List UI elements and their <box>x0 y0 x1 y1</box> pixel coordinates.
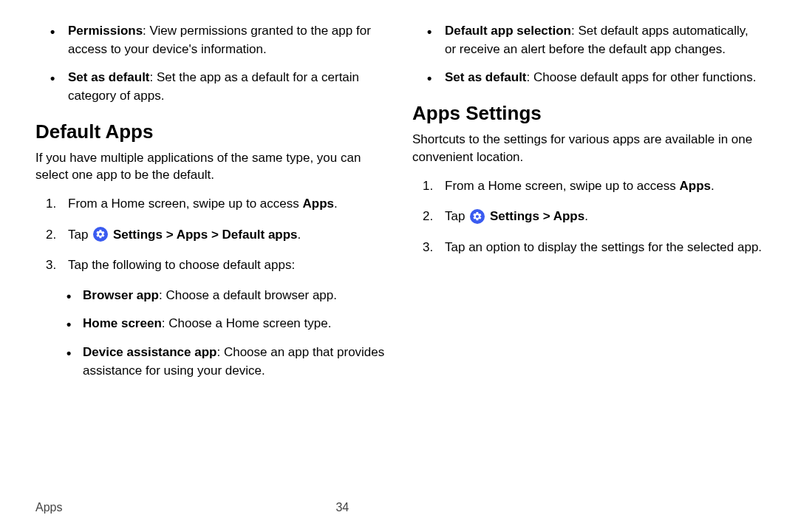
heading-default-apps: Default Apps <box>35 120 386 143</box>
step-bold: Settings > Apps <box>490 209 584 223</box>
step-item: Tap an option to display the settings fo… <box>412 238 763 257</box>
step-item: Tap Settings > Apps. <box>412 207 763 226</box>
term: Set as default <box>445 70 527 84</box>
term: Set as default <box>68 70 150 84</box>
list-item: Set as default: Choose default apps for … <box>412 69 763 87</box>
step-text: Tap <box>68 228 92 242</box>
footer-page-number: 34 <box>335 501 349 514</box>
footer-section: Apps <box>35 501 62 514</box>
term-text: : Choose a Home screen type. <box>162 316 332 330</box>
left-steps: From a Home screen, swipe up to access A… <box>35 194 386 275</box>
step-item: From a Home screen, swipe up to access A… <box>35 194 386 214</box>
term: Permissions <box>68 24 143 38</box>
left-sub-bullets: Browser app: Choose a default browser ap… <box>35 287 386 381</box>
step-text: Tap an option to display the settings fo… <box>445 240 762 254</box>
step-text: . <box>298 228 301 242</box>
right-top-bullets: Default app selection: Set default apps … <box>412 22 763 87</box>
list-item: Default app selection: Set default apps … <box>412 22 763 58</box>
term: Default app selection <box>445 24 571 38</box>
heading-apps-settings: Apps Settings <box>412 102 763 125</box>
step-text: Tap the following to choose default apps… <box>68 258 295 272</box>
right-steps: From a Home screen, swipe up to access A… <box>412 177 763 257</box>
list-item: Home screen: Choose a Home screen type. <box>35 315 386 333</box>
term-text: : Choose default apps for other function… <box>527 70 757 84</box>
term-text: : Choose a default browser app. <box>159 288 337 302</box>
step-item: From a Home screen, swipe up to access A… <box>412 177 763 196</box>
list-item: Set as default: Set the app as a default… <box>35 69 386 105</box>
settings-icon <box>470 209 485 224</box>
step-bold: Apps <box>302 197 334 211</box>
intro-text: Shortcuts to the settings for various ap… <box>412 131 763 166</box>
page-content: Permissions: View permissions granted to… <box>0 0 798 390</box>
step-bold: Apps <box>679 179 711 193</box>
term: Device assistance app <box>83 345 216 359</box>
step-bold: Settings > Apps > Default apps <box>113 228 298 242</box>
step-text: Tap <box>445 209 468 223</box>
term: Home screen <box>83 316 162 330</box>
list-item: Permissions: View permissions granted to… <box>35 22 386 58</box>
step-text: From a Home screen, swipe up to access <box>445 179 679 193</box>
svg-point-0 <box>93 227 108 242</box>
svg-point-1 <box>470 209 485 224</box>
step-item: Tap Settings > Apps > Default apps. <box>35 225 386 245</box>
left-column: Permissions: View permissions granted to… <box>35 22 386 390</box>
left-top-bullets: Permissions: View permissions granted to… <box>35 22 386 106</box>
list-item: Browser app: Choose a default browser ap… <box>35 287 386 305</box>
page-footer: Apps 34 <box>35 501 763 514</box>
step-text: From a Home screen, swipe up to access <box>68 197 302 211</box>
step-text: . <box>711 179 715 193</box>
settings-icon <box>93 227 108 242</box>
list-item: Device assistance app: Choose an app tha… <box>35 344 386 380</box>
step-item: Tap the following to choose default apps… <box>35 256 386 275</box>
step-text: . <box>584 209 588 223</box>
intro-text: If you have multiple applications of the… <box>35 149 386 185</box>
term: Browser app <box>83 288 159 302</box>
step-text: . <box>334 197 338 211</box>
right-column: Default app selection: Set default apps … <box>412 22 763 390</box>
